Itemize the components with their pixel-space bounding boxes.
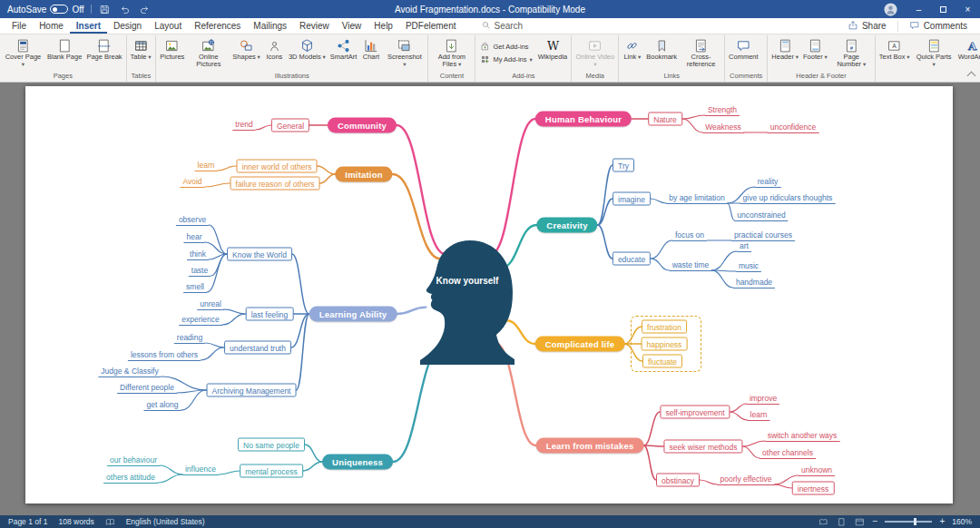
mindmap-node-give-up-ridiculars-thoughts[interactable]: give up ridiculars thoughts: [740, 193, 836, 204]
maximize-button[interactable]: [931, 0, 956, 18]
mindmap-node-frustration[interactable]: frustration: [642, 320, 687, 334]
mindmap-node-strength[interactable]: Strength: [705, 105, 740, 116]
mindmap-node-reality[interactable]: reality: [755, 177, 781, 188]
mindmap-node-happiness[interactable]: happiness: [642, 337, 688, 351]
mindmap-node-observe[interactable]: observe: [176, 215, 209, 226]
mindmap-node-try[interactable]: Try: [612, 159, 634, 172]
tab-mailings[interactable]: Mailings: [247, 18, 293, 34]
mindmap-node-smell[interactable]: smell: [183, 282, 207, 293]
tab-pdfelement[interactable]: PDFelement: [399, 18, 463, 34]
mindmap-node-uniqueness[interactable]: Uniqueness: [322, 455, 393, 470]
close-button[interactable]: ×: [956, 0, 980, 18]
mindmap-node-general[interactable]: General: [271, 119, 309, 132]
ribbon-button-link[interactable]: Link ▾: [621, 35, 643, 72]
autosave-toggle[interactable]: AutoSave Off: [7, 5, 84, 15]
word-count[interactable]: 108 words: [58, 517, 93, 526]
mindmap-node-human-behaviour[interactable]: Human Behaviour: [535, 112, 632, 127]
ribbon-button-icons[interactable]: Icons: [263, 35, 286, 72]
ribbon-button-text-box[interactable]: AText Box ▾: [877, 35, 912, 73]
ribbon-button-quick-parts[interactable]: Quick Parts ▾: [913, 35, 956, 73]
mindmap-node-unconstrained[interactable]: unconstrained: [734, 210, 788, 221]
ribbon-button-wordart[interactable]: AWordArt ▾: [956, 35, 980, 73]
ribbon-button-blank-page[interactable]: Blank Page: [45, 35, 83, 72]
mindmap-node-unknown[interactable]: unknown: [799, 465, 835, 476]
tab-file[interactable]: File: [5, 18, 33, 34]
ribbon-button-table[interactable]: Table ▾: [129, 35, 153, 72]
ribbon-button-comment[interactable]: Comment: [727, 35, 760, 72]
page-indicator[interactable]: Page 1 of 1: [8, 517, 47, 526]
tab-help[interactable]: Help: [368, 18, 399, 34]
mindmap-node-no-same-people[interactable]: No same people: [238, 438, 305, 452]
zoom-slider[interactable]: [885, 521, 932, 523]
mindmap-node-imitation[interactable]: Imitation: [335, 167, 392, 182]
mindmap-node-experience[interactable]: experience: [179, 315, 222, 326]
ribbon-button-my-addins[interactable]: My Add-ins▾: [477, 54, 534, 66]
mindmap-node-community[interactable]: Community: [328, 118, 397, 133]
mindmap-node-art[interactable]: art: [737, 241, 751, 252]
mindmap-node-learn[interactable]: learn: [195, 161, 218, 171]
mindmap-node-music[interactable]: music: [736, 261, 761, 272]
redo-icon[interactable]: [138, 3, 152, 16]
ribbon-button-add-from-files[interactable]: Add from Files ▾: [430, 35, 473, 72]
mindmap-node-fluctuate[interactable]: fluctuate: [642, 355, 682, 368]
zoom-slider-knob[interactable]: [914, 518, 916, 525]
ribbon-button-page-number[interactable]: #Page Number ▾: [830, 35, 873, 72]
document-page[interactable]: Know yourselfCommunityGeneraltrendImitat…: [25, 86, 953, 504]
ribbon-button-pictures[interactable]: Pictures: [158, 35, 186, 72]
mindmap-node-understand-truth[interactable]: understand truth: [224, 341, 291, 355]
mindmap-node-last-feeling[interactable]: last feeling: [246, 308, 294, 321]
ribbon-button-cover-page[interactable]: Cover Page ▾: [2, 35, 44, 72]
ribbon-button-chart[interactable]: Chart: [359, 35, 382, 72]
tab-view[interactable]: View: [336, 18, 368, 34]
ribbon-button-smartart[interactable]: SmartArt: [328, 35, 359, 72]
mindmap-node-poorly-effective[interactable]: poorly effective: [717, 474, 774, 485]
ribbon-button-shapes[interactable]: Shapes ▾: [230, 35, 262, 72]
mindmap-node-inner-world-of-others[interactable]: inner world of others: [236, 160, 317, 173]
zoom-in-button[interactable]: +: [938, 517, 946, 526]
language-indicator[interactable]: English (United States): [126, 517, 205, 526]
mindmap-node-our-behaviour[interactable]: our behaviour: [107, 455, 160, 466]
mindmap-node-archiving-management[interactable]: Archiving Management: [207, 384, 297, 397]
mindmap-node-seek-wiser-methods[interactable]: seek wiser methods: [663, 440, 742, 454]
mindmap-node-know-the-world[interactable]: Know the World: [227, 248, 292, 261]
mindmap-node-taste[interactable]: taste: [189, 266, 211, 277]
tab-insert[interactable]: Insert: [70, 18, 107, 34]
mindmap-node-unreal[interactable]: unreal: [197, 299, 224, 310]
mindmap-node-failure-reason-of-others[interactable]: failure reason of others: [230, 177, 320, 191]
mindmap-node-get-along[interactable]: get along: [144, 400, 181, 411]
mindmap-node-different-people[interactable]: Different people: [117, 383, 177, 394]
mindmap-node-think[interactable]: think: [187, 249, 209, 260]
ribbon-button-cross-reference[interactable]: Cross-reference: [680, 35, 722, 72]
mindmap-node-inertness[interactable]: inertness: [792, 482, 835, 495]
zoom-level[interactable]: 160%: [952, 517, 972, 526]
tab-design[interactable]: Design: [107, 18, 148, 34]
mindmap-node-by-age-limitation[interactable]: by age limitation: [666, 193, 727, 204]
mindmap-node-handmade[interactable]: handmade: [733, 278, 775, 288]
mindmap-node-hear[interactable]: hear: [183, 232, 204, 243]
mindmap-node-others-attitude[interactable]: others attitude: [103, 473, 158, 484]
mindmap-node-obstinacy[interactable]: obstinacy: [656, 474, 700, 487]
ribbon-button-screenshot[interactable]: Screenshot ▾: [383, 35, 426, 72]
mindmap-node-waste-time[interactable]: waste time: [670, 260, 712, 271]
minimize-button[interactable]: –: [906, 0, 931, 18]
mindmap-node-mental-process[interactable]: mental process: [240, 464, 303, 478]
mindmap-node-weakness[interactable]: Weakness: [702, 122, 744, 133]
mindmap-node-imagine[interactable]: imagine: [612, 192, 651, 206]
ribbon-button-page-break[interactable]: Page Break: [84, 35, 123, 72]
mindmap-node-unconfidence[interactable]: unconfidence: [768, 122, 819, 133]
mindmap-node-switch-another-ways[interactable]: switch another ways: [765, 431, 840, 442]
avatar[interactable]: [884, 3, 897, 16]
undo-icon[interactable]: [118, 3, 132, 16]
read-mode-button[interactable]: [818, 516, 829, 528]
mindmap-node-complicated-life[interactable]: Complicated life: [535, 337, 625, 352]
mindmap-center-topic[interactable]: Know yourself: [417, 238, 517, 365]
mindmap-node-judge-classify[interactable]: Judge & Classify: [98, 367, 161, 377]
tab-references[interactable]: References: [188, 18, 247, 34]
tab-home[interactable]: Home: [33, 18, 70, 34]
save-icon[interactable]: [98, 3, 112, 16]
ribbon-button-online-video[interactable]: Online Video ▾: [573, 35, 616, 72]
mindmap-node-practical-courses[interactable]: practical courses: [731, 230, 795, 241]
mindmap-node-focus-on[interactable]: focus on: [672, 230, 707, 241]
mindmap-node-avoid[interactable]: Avoid: [180, 177, 204, 188]
web-layout-button[interactable]: [854, 516, 866, 528]
